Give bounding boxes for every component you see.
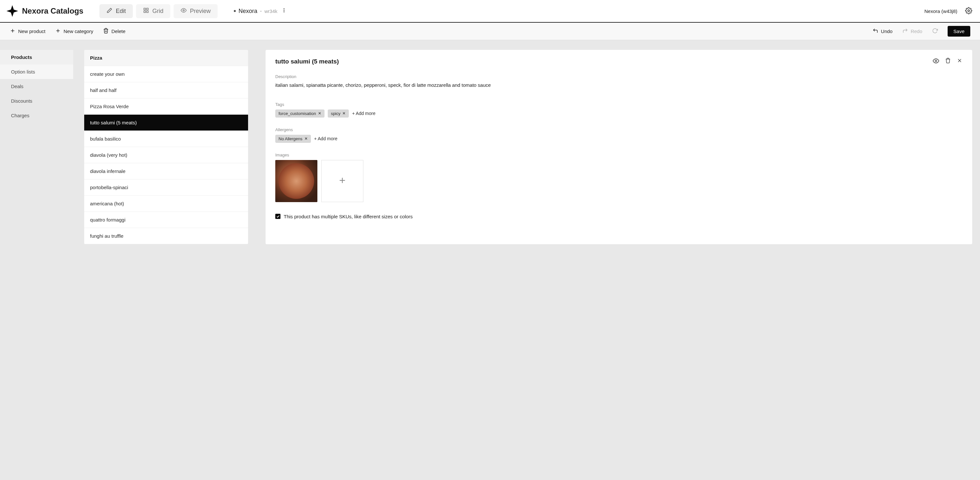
tag-label: force_customisation [278,111,316,116]
tag-label: No Allergens [278,137,302,141]
description-text[interactable]: italian salami, spianatta picante, chori… [275,82,963,89]
brand: Nexora Catalogs [6,5,83,17]
tags-row: force_customisation✕spicy✕+ Add more [275,110,963,118]
svg-point-13 [935,60,937,62]
grid-icon [143,8,149,15]
redo-button[interactable]: Redo [902,28,922,35]
product-category-header[interactable]: Pizza [84,50,248,66]
tags-field: Tags force_customisation✕spicy✕+ Add mor… [275,102,963,118]
toolbar: New product New category Delete Undo R [0,23,980,40]
catalog-name: Nexora [239,8,257,14]
sidebar-item-charges[interactable]: Charges [0,108,73,123]
svg-point-8 [968,10,970,12]
add-more-button[interactable]: + Add more [314,136,337,141]
tags-label: Tags [275,102,963,107]
top-header: Nexora Catalogs Edit Grid Preview [0,0,980,23]
svg-point-6 [283,10,284,11]
tab-preview-label: Preview [190,8,210,14]
remove-tag-icon[interactable]: ✕ [342,111,345,116]
eye-icon [181,8,186,15]
status-dot-icon [234,10,236,12]
delete-button[interactable]: Delete [103,28,125,35]
toolbar-right: Undo Redo Save [872,26,970,37]
detail-header-actions [933,58,963,65]
svg-rect-3 [147,11,148,12]
undo-button[interactable]: Undo [872,28,892,35]
allergens-field: Allergens No Allergens✕+ Add more [275,127,963,143]
sidebar-item-label: Option lists [11,69,35,75]
gear-icon[interactable] [964,6,974,16]
reload-icon[interactable] [932,28,938,35]
new-product-button[interactable]: New product [10,28,45,35]
user-label: Nexora (w43j8) [924,8,957,14]
add-more-button[interactable]: + Add more [352,111,375,116]
close-icon[interactable] [957,58,963,65]
detail-header: tutto salumi (5 meats) [275,58,963,65]
description-label: Description [275,74,963,79]
sidebar-item-deals[interactable]: Deals [0,79,73,94]
redo-label: Redo [911,29,922,34]
tag-chip: No Allergens✕ [275,135,311,143]
catalog-id: wr34k [265,8,278,14]
trash-icon[interactable] [945,58,951,65]
product-item[interactable]: quattro formaggi [84,212,248,228]
category-name: Pizza [90,55,102,60]
product-item[interactable]: bufala basilico [84,131,248,147]
undo-icon [872,28,878,35]
sku-checkbox-row: This product has multiple SKUs, like dif… [275,214,963,219]
tab-edit[interactable]: Edit [99,4,133,18]
svg-point-5 [283,8,284,10]
product-item[interactable]: diavola infernale [84,163,248,180]
plus-icon [338,176,347,186]
product-item[interactable]: half and half [84,82,248,99]
top-header-right: Nexora (w43j8) [924,6,974,16]
product-item[interactable]: Pizza Rosa Verde [84,99,248,114]
product-item[interactable]: americana (hot) [84,195,248,212]
undo-label: Undo [881,29,892,34]
kebab-menu-icon[interactable] [280,6,288,16]
toolbar-left: New product New category Delete [10,28,125,35]
tag-label: spicy [331,111,341,116]
sidebar-item-label: Discounts [11,98,32,103]
remove-tag-icon[interactable]: ✕ [304,137,308,141]
trash-icon [103,28,109,35]
images-field: Images [275,153,963,202]
product-item[interactable]: funghi au truffle [84,228,248,244]
brand-name: Nexora Catalogs [22,6,83,16]
new-product-label: New product [18,29,45,34]
tab-edit-label: Edit [116,8,126,14]
sidebar-item-label: Charges [11,113,29,118]
top-header-left: Nexora Catalogs Edit Grid Preview [6,4,288,18]
allergens-label: Allergens [275,127,963,132]
tab-grid[interactable]: Grid [136,4,170,18]
save-button[interactable]: Save [948,26,970,37]
pencil-icon [107,8,112,15]
add-image-button[interactable] [321,160,363,202]
product-item[interactable]: create your own [84,66,248,82]
tab-grid-label: Grid [152,8,163,14]
sku-checkbox[interactable] [275,214,280,219]
svg-rect-2 [144,11,146,12]
sidebar-item-label: Deals [11,84,23,89]
sidebar-item-products[interactable]: Products [0,50,73,64]
sidebar-item-discounts[interactable]: Discounts [0,94,73,108]
product-list: Pizza create your ownhalf and halfPizza … [84,50,248,244]
preview-icon[interactable] [933,58,939,65]
remove-tag-icon[interactable]: ✕ [318,111,321,116]
plus-icon [10,28,16,35]
product-item[interactable]: portobella-spinaci [84,180,248,195]
svg-rect-1 [147,8,148,10]
detail-panel: tutto salumi (5 meats) Description itali… [266,50,972,244]
sidebar: Products Option lists Deals Discounts Ch… [0,50,73,244]
main: Products Option lists Deals Discounts Ch… [0,40,980,244]
tab-preview[interactable]: Preview [173,4,218,18]
brand-logo-icon [6,5,18,17]
catalog-separator: - [260,8,262,14]
allergens-row: No Allergens✕+ Add more [275,135,963,143]
product-image-thumb[interactable] [275,160,317,202]
tag-chip: spicy✕ [328,110,349,118]
product-item[interactable]: diavola (very hot) [84,147,248,163]
new-category-button[interactable]: New category [55,28,93,35]
sidebar-item-option-lists[interactable]: Option lists [0,64,73,79]
product-item[interactable]: tutto salumi (5 meats) [84,114,248,131]
